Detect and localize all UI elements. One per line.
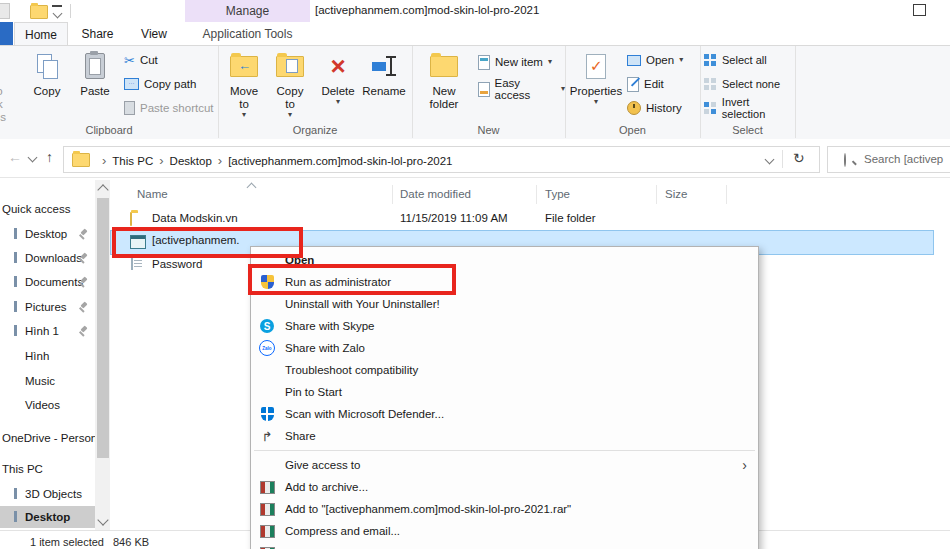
scroll-up-icon[interactable] — [97, 184, 108, 195]
cut-icon: ✂ — [124, 53, 135, 68]
easy-access-label: Easy access — [495, 77, 556, 101]
sidebar-item-desktop[interactable]: Desktop — [0, 222, 95, 246]
sidebar-item-downloads[interactable]: Downloads — [0, 246, 95, 270]
column-header-size[interactable]: Size — [665, 188, 687, 200]
cut-label: Cut — [140, 54, 158, 66]
maximize-icon[interactable] — [913, 4, 926, 16]
copy-path-button[interactable]: ··· Copy path — [124, 73, 196, 95]
qat-divider — [70, 4, 71, 18]
sidebar-item-videos[interactable]: Videos — [0, 393, 95, 417]
open-button[interactable]: Open ▾ — [627, 49, 683, 71]
sidebar-item-3d-objects[interactable]: 3D Objects — [0, 482, 95, 506]
address-dropdown-chevron-icon[interactable] — [765, 155, 775, 165]
sidebar-item-desktop-this-pc[interactable]: Desktop — [0, 506, 95, 528]
paste-button[interactable]: Paste — [72, 49, 118, 98]
ribbon-group-organize: ← Move to▾ Copy to▾ × Delete▾ Rename Org… — [218, 46, 413, 138]
delete-button[interactable]: × Delete▾ — [316, 49, 360, 106]
sidebar-item-documents[interactable]: Documents — [0, 270, 95, 294]
paste-icon — [85, 53, 105, 79]
menu-item-partial[interactable] — [252, 542, 757, 549]
cut-icon-edge — [14, 301, 17, 312]
copy-icon — [37, 54, 57, 78]
column-header-type[interactable]: Type — [545, 188, 570, 200]
tab-home[interactable]: Home — [14, 22, 68, 46]
sidebar-item-hinh[interactable]: Hình — [0, 344, 95, 368]
sidebar-item-quick-access[interactable]: Quick access — [0, 197, 95, 221]
tab-view-label: View — [141, 27, 167, 41]
edit-button[interactable]: Edit — [627, 73, 664, 95]
nav-history-chevron-icon[interactable] — [28, 153, 38, 163]
menu-item-give-access-to[interactable]: Give access to› — [252, 454, 757, 476]
copy-to-button[interactable]: Copy to▾ — [268, 49, 312, 119]
breadcrumb-this-pc[interactable]: This PC — [112, 155, 153, 167]
sidebar-item-onedrive[interactable]: OneDrive - Personal — [0, 426, 95, 450]
menu-item-share-with-zalo[interactable]: ZaloShare with Zalo — [252, 337, 757, 359]
column-divider[interactable] — [726, 185, 727, 204]
pin-icon — [78, 277, 89, 288]
paste-label: Paste — [80, 85, 109, 98]
easy-access-button[interactable]: Easy access ▾ — [478, 78, 565, 100]
select-all-button[interactable]: Select all — [704, 49, 767, 71]
new-group-label: New — [412, 124, 565, 136]
menu-item-scan-with-defender[interactable]: Scan with Microsoft Defender... — [252, 403, 757, 425]
copy-to-icon — [276, 56, 304, 77]
new-item-label: New item — [495, 56, 543, 68]
open-icon — [627, 55, 641, 66]
breadcrumb-current-folder[interactable]: [activephanmem.com]mod-skin-lol-pro-2021 — [228, 155, 452, 167]
copy-button[interactable]: Copy — [24, 49, 70, 98]
back-button[interactable]: ← — [8, 149, 22, 165]
pin-to-quick-access-label: Pin to Quick access — [0, 85, 18, 125]
sidebar-item-pictures[interactable]: Pictures — [0, 295, 95, 319]
menu-item-add-to-rar[interactable]: Add to "[activephanmem.com]mod-skin-lol-… — [252, 498, 757, 520]
rename-button[interactable]: Rename — [360, 49, 408, 98]
refresh-button[interactable]: ↻ — [793, 150, 805, 166]
new-item-button[interactable]: New item ▾ — [478, 51, 552, 73]
tab-share[interactable]: Share — [70, 22, 125, 45]
new-folder-button[interactable]: New folder — [418, 49, 470, 111]
sidebar-item-this-pc[interactable]: This PC — [0, 457, 95, 481]
column-divider[interactable] — [392, 185, 393, 204]
menu-item-add-to-archive[interactable]: Add to archive... — [252, 476, 757, 498]
select-none-button[interactable]: Select none — [704, 73, 780, 95]
properties-caret-icon: ▾ — [594, 98, 598, 106]
cut-icon-edge — [14, 325, 17, 336]
breadcrumb-desktop[interactable]: Desktop — [170, 155, 212, 167]
column-divider[interactable] — [656, 185, 657, 204]
qat-partial-icon[interactable] — [0, 3, 10, 19]
invert-selection-icon — [704, 102, 717, 115]
tab-application-tools[interactable]: Application Tools — [185, 22, 310, 45]
address-divider — [782, 150, 783, 168]
cut-button[interactable]: ✂ Cut — [124, 49, 158, 71]
menu-item-share[interactable]: ↱Share — [252, 425, 757, 447]
properties-button[interactable]: ✓ Properties▾ — [570, 49, 622, 106]
sidebar-item-hinh-1[interactable]: Hình 1 — [0, 319, 95, 343]
new-item-icon — [478, 55, 490, 70]
column-header-date-modified[interactable]: Date modified — [400, 188, 471, 200]
history-button[interactable]: History — [627, 97, 682, 119]
sidebar-scrollbar[interactable] — [95, 180, 110, 530]
menu-item-troubleshoot-compatibility[interactable]: Troubleshoot compatibility — [252, 359, 757, 381]
address-box[interactable]: › This PC › Desktop › [activephanmem.com… — [63, 146, 820, 173]
column-header-name[interactable]: Name — [137, 188, 168, 200]
qat-folder-icon[interactable] — [30, 5, 48, 19]
tab-view[interactable]: View — [128, 22, 180, 45]
move-to-button[interactable]: ← Move to▾ — [222, 49, 266, 119]
winrar-icon — [260, 481, 275, 494]
column-divider[interactable] — [536, 185, 537, 204]
sidebar-item-music[interactable]: Music — [0, 369, 95, 393]
menu-item-compress-and-email[interactable]: Compress and email... — [252, 520, 757, 542]
invert-selection-button[interactable]: Invert selection — [704, 97, 795, 119]
qat-customize-icon[interactable] — [52, 5, 62, 19]
paste-shortcut-button[interactable]: Paste shortcut — [124, 97, 214, 119]
menu-item-uninstall[interactable]: Uninstall with Your Uninstaller! — [252, 293, 757, 315]
menu-item-pin-to-start[interactable]: Pin to Start — [252, 381, 757, 403]
scroll-down-icon[interactable] — [97, 514, 108, 525]
search-box[interactable]: Search [activep — [827, 146, 950, 173]
rename-label: Rename — [362, 85, 405, 98]
up-button[interactable]: ↑ — [46, 149, 53, 165]
tab-file[interactable] — [0, 22, 13, 45]
pin-to-quick-access-button[interactable]: Pin to Quick access — [0, 49, 18, 125]
scrollbar-thumb[interactable] — [97, 198, 109, 458]
menu-item-share-with-skype[interactable]: SShare with Skype — [252, 315, 757, 337]
tab-share-label: Share — [81, 27, 113, 41]
